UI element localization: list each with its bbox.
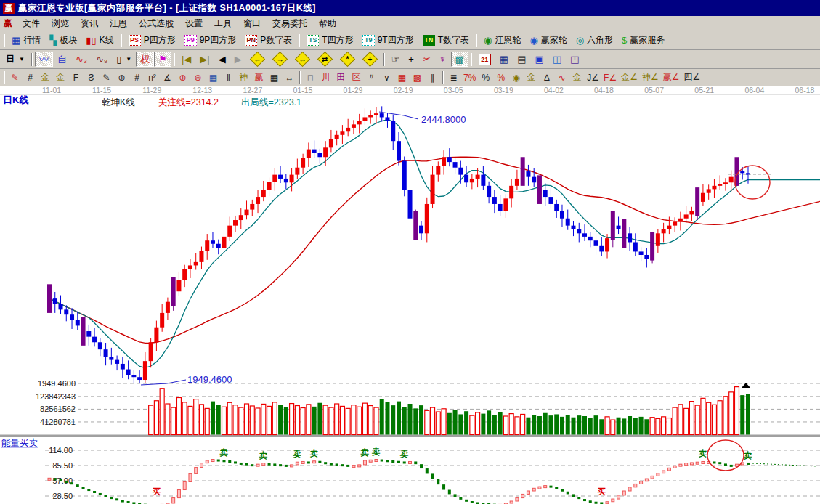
shen-angle-tool-button[interactable]: 神∠ bbox=[640, 70, 661, 85]
percent-tool-button[interactable]: % bbox=[478, 70, 493, 85]
f-angle-tool-button[interactable]: F∠ bbox=[601, 70, 619, 85]
box-tool-tool-button[interactable]: ⊓ bbox=[303, 70, 318, 85]
check-wave-tool-button[interactable]: ∨ bbox=[379, 70, 394, 85]
percent-red-tool-button[interactable]: % bbox=[493, 70, 508, 85]
last-page-button[interactable]: ▶| bbox=[195, 52, 214, 67]
save-button[interactable]: ▣ bbox=[530, 52, 548, 67]
calendar-button[interactable]: 21 bbox=[474, 52, 495, 67]
menu-item-9[interactable]: 交易委托 bbox=[267, 16, 313, 31]
menu-item-5[interactable]: 公式选股 bbox=[133, 16, 179, 31]
grid-tool-button[interactable]: ♆ bbox=[435, 52, 451, 67]
t-digit-table-button[interactable]: TNT数字表 bbox=[418, 33, 474, 48]
grid-a-tool-button[interactable]: ▦ bbox=[394, 70, 410, 85]
t-square-button[interactable]: TST四方形 bbox=[302, 33, 357, 48]
period-day-select-button[interactable]: 日▼ bbox=[1, 52, 29, 67]
chart-area[interactable]: 日K线 乾坤K线 关注线=2314.2 出局线=2323.1 11-0111-1… bbox=[0, 86, 820, 504]
wave-3-button[interactable]: ∿₃ bbox=[71, 52, 92, 67]
gann-circle-tool-button[interactable]: ⊕ bbox=[114, 70, 129, 85]
gold-segment-tool-button[interactable]: 金 bbox=[38, 70, 53, 85]
chart-style-button[interactable]: 〰 bbox=[35, 52, 53, 67]
shen-grid-tool-button[interactable]: 神 bbox=[236, 70, 251, 85]
9t-square-button[interactable]: T99T四方形 bbox=[358, 33, 418, 48]
win-angle-tool-button[interactable]: 赢∠ bbox=[661, 70, 682, 85]
info-panel-button[interactable]: 自 bbox=[53, 52, 71, 67]
cut-tool-button[interactable]: ✂ bbox=[418, 52, 435, 67]
mark-pen-tool-button[interactable]: ∆ bbox=[539, 70, 554, 85]
color-bars-button[interactable]: ⚑ bbox=[154, 52, 171, 67]
gold-angle-tool-button[interactable]: 金∠ bbox=[619, 70, 640, 85]
prev-bar-button[interactable]: ◀ bbox=[214, 52, 230, 67]
n-square-tool-button[interactable]: n² bbox=[145, 70, 160, 85]
parallel-tool-button[interactable]: 〃 bbox=[364, 70, 379, 85]
menu-item-6[interactable]: 设置 bbox=[179, 16, 208, 31]
circle-target-tool-button[interactable]: ⊕ bbox=[175, 70, 190, 85]
first-page-button[interactable]: |◀ bbox=[177, 52, 195, 67]
win-grid-tool-button[interactable]: 赢 bbox=[251, 70, 267, 85]
menu-item-4[interactable]: 江恩 bbox=[104, 16, 133, 31]
stats-bars-tool-button[interactable]: ≣ bbox=[446, 70, 461, 85]
menu-item-1[interactable]: 文件 bbox=[17, 16, 46, 31]
gold-segment-2-tool-button[interactable]: 金 bbox=[53, 70, 68, 85]
time-grid-tool-button[interactable]: # bbox=[129, 70, 145, 85]
angle-measure-tool-button[interactable]: ∡ bbox=[160, 70, 175, 85]
menu-item-2[interactable]: 浏览 bbox=[46, 16, 75, 31]
sell-signal-label: 卖 bbox=[698, 449, 707, 458]
print-button[interactable]: ◰ bbox=[566, 52, 583, 67]
p-digit-table-button[interactable]: PNP数字表 bbox=[240, 33, 296, 48]
drag-hand-button[interactable]: ☞ bbox=[387, 52, 405, 67]
wave-9-button[interactable]: ∿₉ bbox=[92, 52, 112, 67]
percent-7-tool-button[interactable]: 7% bbox=[461, 70, 478, 85]
period-day-select-dropdown-arrow-icon[interactable]: ▼ bbox=[19, 56, 25, 62]
kline-button[interactable]: ▮▯K线 bbox=[81, 33, 118, 48]
grid-box-tool-button[interactable]: ▦ bbox=[206, 70, 221, 85]
kline-chart-svg[interactable]: 日K线 乾坤K线 关注线=2314.2 出局线=2323.1 11-0111-1… bbox=[0, 86, 820, 504]
winner-service-button[interactable]: $赢家服务 bbox=[617, 33, 669, 48]
expand-button[interactable]: * bbox=[336, 52, 359, 67]
9p-square-button[interactable]: P99P四方形 bbox=[180, 33, 241, 48]
coil-5-tool-button[interactable]: Ƨ bbox=[84, 70, 99, 85]
crosshair-button[interactable]: + bbox=[404, 52, 418, 67]
slash-tool-button[interactable]: ∥ bbox=[425, 70, 440, 85]
zoom-left-button[interactable]: ← bbox=[246, 52, 269, 67]
four-angle-tool-button[interactable]: 四∠ bbox=[682, 70, 703, 85]
h-extend-tool-button[interactable]: ↔ bbox=[282, 70, 297, 85]
sectors-button[interactable]: ▚板块 bbox=[45, 33, 81, 48]
f-segment-tool-button[interactable]: F bbox=[68, 70, 84, 85]
full-range-button[interactable]: + bbox=[359, 52, 381, 67]
menu-item-7[interactable]: 工具 bbox=[208, 16, 238, 31]
p-square-button[interactable]: PSP四方形 bbox=[124, 33, 180, 48]
spiral-tool-button[interactable]: ⊛ bbox=[190, 70, 206, 85]
gold-circle-tool-button[interactable]: ◉ bbox=[508, 70, 524, 85]
gold-lines-tool-button[interactable]: 金 bbox=[524, 70, 539, 85]
network-button[interactable]: ◫ bbox=[548, 52, 566, 67]
candle-style-dropdown-arrow-icon[interactable]: ▼ bbox=[126, 56, 131, 62]
wave-a-tool-button[interactable]: ∿ bbox=[554, 70, 569, 85]
grid-b-tool-button[interactable]: ▩ bbox=[410, 70, 425, 85]
menu-item-10[interactable]: 帮助 bbox=[313, 16, 342, 31]
restore-rights-button[interactable]: 权 bbox=[136, 52, 154, 67]
notes-button[interactable]: ▤ bbox=[513, 52, 530, 67]
angle-pen-tool-button[interactable]: ✎ bbox=[99, 70, 114, 85]
gold-angle-2-tool-button[interactable]: 金 bbox=[569, 70, 585, 85]
candle-style-button[interactable]: ▯▼ bbox=[112, 52, 136, 67]
fan-red-tool-button[interactable]: 川 bbox=[318, 70, 333, 85]
pair-lines-tool-button[interactable]: ‖ bbox=[221, 70, 236, 85]
menu-item-3[interactable]: 资讯 bbox=[75, 16, 104, 31]
pencil-tool-button[interactable]: ✎ bbox=[7, 70, 23, 85]
region-stats-button[interactable]: ▩ bbox=[451, 52, 468, 67]
j-angle-tool-button[interactable]: J∠ bbox=[585, 70, 601, 85]
hexagon-button[interactable]: ◎六角形 bbox=[572, 33, 617, 48]
next-bar-button[interactable]: ▶ bbox=[230, 52, 246, 67]
fan-box-red-tool-button[interactable]: 区 bbox=[349, 70, 364, 85]
gann-wheel-button[interactable]: ◉江恩轮 bbox=[479, 33, 525, 48]
zoom-right-button[interactable]: → bbox=[269, 52, 291, 67]
zoom-both-button[interactable]: ↔ bbox=[291, 52, 314, 67]
ruler-grid-tool-button[interactable]: ▦ bbox=[267, 70, 282, 85]
calculator-button[interactable]: ▦ bbox=[495, 52, 513, 67]
quotes-button[interactable]: ▦行情 bbox=[7, 33, 45, 48]
menu-item-8[interactable]: 窗口 bbox=[238, 16, 267, 31]
compress-button[interactable]: ⇄ bbox=[314, 52, 336, 67]
fan-box-purple-tool-button[interactable]: 田 bbox=[333, 70, 349, 85]
winner-wheel-button[interactable]: ◉赢家轮 bbox=[525, 33, 571, 48]
gann-grid-tool-button[interactable]: # bbox=[23, 70, 38, 85]
